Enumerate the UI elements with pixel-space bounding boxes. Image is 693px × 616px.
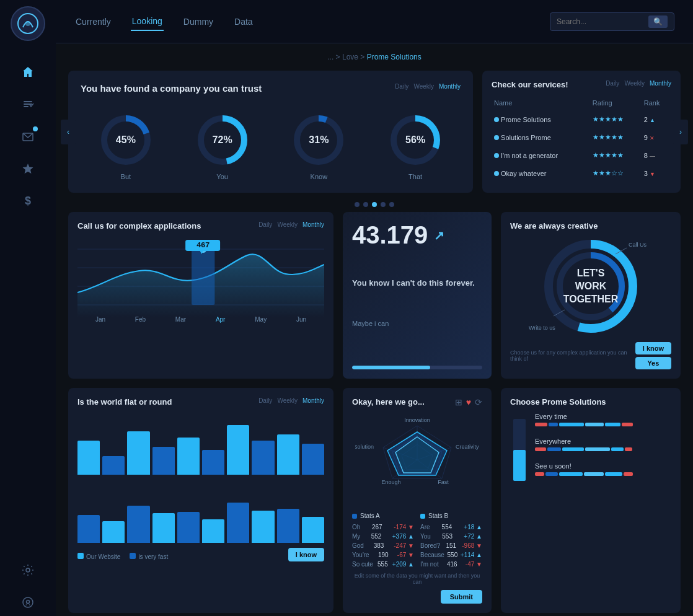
middle-row: Call us for complex applications Daily W… [68,212,681,379]
donut-that-label: That [408,173,422,180]
carousel-right-arrow[interactable]: › [673,120,688,144]
ring-center-text: LET'SWORKTOGETHER [563,267,619,306]
svg-rect-3 [24,103,32,105]
svc-filter-weekly[interactable]: Weekly [624,80,645,87]
big-number-card: 43.179 ↗ You know I can't do this foreve… [343,212,492,379]
bar-group-2 [77,481,324,543]
nav-item-currently[interactable]: Currently [74,13,112,30]
line-filter-monthly[interactable]: Monthly [302,221,324,228]
breadcrumb: ... > Love > Prome Solutions [68,53,681,61]
line-filter-weekly[interactable]: Weekly [277,221,298,228]
services-title: Check our services! [492,80,568,89]
sidebar-item-favorites[interactable] [14,155,42,182]
nav-item-dummy[interactable]: Dummy [182,13,214,30]
filter-weekly[interactable]: Weekly [413,83,434,90]
svg-text:467: 467 [196,242,210,249]
radar-chart-wrapper: Innovation Creativity Fast Enough Soluti… [352,413,482,506]
bar-filter-monthly[interactable]: Monthly [302,397,324,404]
dot-3[interactable] [372,202,377,207]
search-input[interactable] [557,17,643,26]
svg-point-7 [26,568,30,572]
line-filter-daily[interactable]: Daily [258,221,272,228]
choose-row-everywhere: Everywhere [535,438,671,451]
svg-text:Solution: Solution [355,444,374,450]
write-to-us-label: Write to us [529,325,555,331]
bar-filter-weekly[interactable]: Weekly [277,397,298,404]
donut-but-value: 45% [116,134,136,146]
dot-1[interactable] [355,202,360,207]
svc-filter-monthly[interactable]: Monthly [650,80,671,87]
creative-title: We are always creative [510,221,598,231]
radar-heart-icon[interactable]: ♥ [466,397,471,407]
hero-title: You have found a company you can trust [81,83,262,94]
chart-legend: Our Website is very fast [77,553,168,560]
svc-filter-daily[interactable]: Daily [606,80,619,87]
col-rating: Rating [590,95,642,110]
know-button[interactable]: I know [635,342,671,354]
svg-rect-50 [513,450,526,481]
nav-item-data[interactable]: Data [233,13,254,30]
services-time-filters: Daily Weekly Monthly [606,80,671,87]
dot-2[interactable] [363,202,368,207]
big-number-value: 43.179 ↗ [352,221,482,249]
main-area: Currently Looking Dummy Data 🔍 ... > Lov… [56,0,693,616]
donut-you-label: You [216,173,228,180]
table-row: Solutions Prome ★★★★★ 9 ✕ [492,128,671,146]
donut-that: 56% That [387,112,443,180]
services-card: Check our services! Daily Weekly Monthly… [482,71,681,193]
sidebar-item-billing[interactable]: $ [14,187,42,214]
svg-rect-23 [192,249,214,305]
progress-bar-fill [352,366,430,369]
donut-row: 45% But 72% You [81,112,461,180]
svg-text:Creativity: Creativity [456,444,479,450]
choose-title: Choose Prome Solutions [510,397,606,407]
donut-know-value: 31% [309,134,329,146]
choose-content: Every time Ever [510,413,671,489]
sidebar-item-mail[interactable] [14,123,42,150]
bar-filter-daily[interactable]: Daily [258,397,272,404]
bar-group-1 [77,413,324,475]
radar-grid-icon[interactable]: ⊞ [455,397,462,407]
search-button[interactable]: 🔍 [648,15,668,28]
sidebar-item-settings[interactable] [14,557,42,584]
radar-card: Okay, here we go... ⊞ ♥ ⟳ [343,388,492,613]
sidebar-item-github[interactable] [14,589,42,616]
radar-share-icon[interactable]: ⟳ [475,397,482,407]
progress-bar [352,366,482,369]
submit-button[interactable]: Submit [441,590,482,604]
sidebar-item-tasks[interactable] [14,90,42,118]
donut-but-label: But [121,173,131,180]
radar-stats: Stats A Oh267-174 ▼ My552+376 ▲ God383-2… [352,513,482,604]
sidebar-item-home[interactable] [14,58,42,86]
radar-title: Okay, here we go... [352,397,425,407]
nav-item-looking[interactable]: Looking [131,12,164,31]
bar-chart-card: Is the world flat or round Daily Weekly … [68,388,333,613]
creative-footer: Choose us for any complex application yo… [510,342,671,369]
donut-you-value: 72% [213,134,232,146]
big-number-desc: You know I can't do this forever. [352,278,482,288]
choose-card: Choose Prome Solutions Every time [501,388,681,613]
svg-point-9 [27,601,30,604]
table-row: Okay whatever ★★★☆☆ 3 ▼ [492,164,671,182]
yes-button[interactable]: Yes [635,357,671,369]
donut-know-label: Know [311,173,328,180]
bar-time-filters: Daily Weekly Monthly [258,397,324,404]
carousel-left-arrow[interactable]: ‹ [61,120,76,144]
ring-container: LET'SWORKTOGETHER Call Us Write to us [541,237,640,336]
app-logo[interactable] [11,6,45,41]
call-us-label: Call Us [629,242,647,248]
filter-monthly[interactable]: Monthly [439,83,461,90]
dot-5[interactable] [389,202,394,207]
donut-that-value: 56% [405,134,425,146]
choose-row-everytime: Every time [535,413,671,426]
big-number-sub: Maybe i can [352,320,482,327]
svg-point-1 [25,21,30,26]
page-content: ... > Love > Prome Solutions ‹ You have … [56,43,693,616]
svg-marker-6 [23,164,33,174]
col-name: Name [492,95,590,110]
filter-daily[interactable]: Daily [395,83,408,90]
i-know-button[interactable]: I know [288,548,324,561]
dot-4[interactable] [381,202,386,207]
line-time-filters: Daily Weekly Monthly [258,221,324,228]
bar-chart-title: Is the world flat or round [77,397,172,407]
